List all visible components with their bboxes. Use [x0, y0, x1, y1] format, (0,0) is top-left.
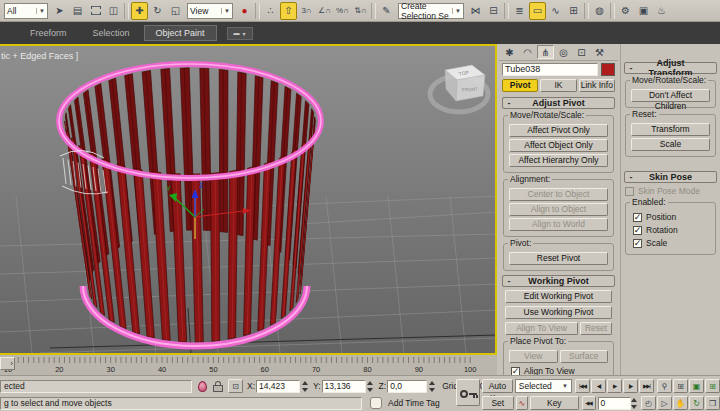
display-tab-icon[interactable]: ⊡: [573, 45, 590, 59]
create-tab-icon[interactable]: ✱: [501, 45, 518, 59]
scale-checkbox[interactable]: ✓ Scale: [633, 238, 708, 248]
reset-scale-button[interactable]: Scale: [631, 138, 710, 151]
align-to-object-button[interactable]: Align to Object: [509, 203, 608, 216]
angle-snap-icon[interactable]: ∠∩: [316, 2, 333, 20]
snap-toggle-3d-icon[interactable]: 3∩: [298, 2, 315, 20]
select-and-manipulate-icon[interactable]: ●: [236, 2, 253, 20]
set-keys-button[interactable]: [456, 379, 480, 406]
z-spinner[interactable]: [427, 380, 436, 393]
play-button[interactable]: ▶: [607, 379, 622, 393]
time-tag-toggle-icon[interactable]: [370, 397, 382, 409]
select-and-scale-icon[interactable]: ◱: [167, 2, 184, 20]
modify-tab-icon[interactable]: ◠: [519, 45, 536, 59]
reset-transform-button[interactable]: Transform: [631, 123, 710, 136]
set-key-button[interactable]: Set Key: [482, 396, 514, 410]
percent-snap-icon[interactable]: %∩: [334, 2, 351, 20]
key-tangent-icon[interactable]: ∿: [516, 396, 528, 410]
y-coordinate-field[interactable]: 13,136: [322, 380, 366, 393]
curve-editor-icon[interactable]: ∿: [547, 2, 564, 20]
use-working-pivot-button[interactable]: Use Working Pivot: [505, 306, 612, 319]
key-mode-toggle-icon[interactable]: ◀◀: [582, 396, 596, 410]
affect-pivot-only-button[interactable]: Affect Pivot Only: [509, 124, 608, 137]
use-pivot-point-center-icon[interactable]: ⇧: [280, 2, 297, 20]
affect-object-only-button[interactable]: Affect Object Only: [509, 139, 608, 152]
object-name-field[interactable]: Tube038: [502, 63, 598, 76]
time-configuration-icon[interactable]: ◴: [641, 396, 656, 410]
working-pivot-rollout-header[interactable]: - Working Pivot: [502, 275, 615, 287]
key-filters-button[interactable]: Key Filters...: [530, 396, 578, 410]
viewport-canvas[interactable]: YZTOPFRONT: [0, 46, 495, 353]
keyboard-shortcut-override-icon[interactable]: ∴: [262, 2, 279, 20]
selection-set-dropdown[interactable]: Selected ▼: [515, 379, 572, 393]
place-pivot-surface-button[interactable]: Surface: [560, 350, 609, 363]
add-time-tag-label[interactable]: Add Time Tag: [388, 398, 440, 408]
skin-pose-mode-checkbox[interactable]: Skin Pose Mode: [625, 186, 716, 196]
rectangular-selection-region-icon[interactable]: [87, 2, 104, 20]
window-crossing-icon[interactable]: ◫: [105, 2, 122, 20]
select-object-icon[interactable]: ➤: [51, 2, 68, 20]
material-editor-icon[interactable]: ◍: [591, 2, 608, 20]
ribbon-options-icon[interactable]: ▬ ▾: [227, 27, 253, 40]
align-to-view-button[interactable]: Align To View: [505, 322, 578, 335]
ribbon-tab-selection[interactable]: Selection: [81, 25, 142, 41]
time-slider-track[interactable]: 102030405060708090100 ›: [0, 353, 497, 375]
perspective-viewport[interactable]: tic + Edged Faces ] YZTOPFRONT: [0, 44, 497, 353]
adjust-transform-rollout-header[interactable]: - Adjust Transform: [624, 62, 717, 74]
graphite-ribbon-toggle-icon[interactable]: ▭: [529, 2, 546, 20]
mirror-icon[interactable]: ⋈: [467, 2, 484, 20]
motion-tab-icon[interactable]: ◎: [555, 45, 572, 59]
select-and-rotate-icon[interactable]: ↻: [149, 2, 166, 20]
pan-2d-zoom-icon[interactable]: ▷: [657, 396, 672, 410]
rotation-checkbox[interactable]: ✓ Rotation: [633, 225, 708, 235]
align-icon[interactable]: ⊟: [485, 2, 502, 20]
zoom-extents-icon[interactable]: ▣: [689, 379, 704, 393]
ik-tab-button[interactable]: IK: [540, 79, 576, 92]
absolute-mode-transform-icon[interactable]: ⊡: [228, 379, 243, 393]
x-spinner[interactable]: [300, 380, 309, 393]
pivot-tab-button[interactable]: Pivot: [502, 79, 538, 92]
isolate-selection-toggle-icon[interactable]: [198, 381, 207, 392]
maximize-viewport-toggle-icon[interactable]: ❒: [705, 396, 720, 410]
go-to-start-button[interactable]: |◀◀: [575, 379, 590, 393]
ribbon-tab-object-paint[interactable]: Object Paint: [144, 25, 217, 41]
viewport-shading-label[interactable]: tic + Edged Faces ]: [1, 51, 78, 61]
auto-key-button[interactable]: Auto Key: [482, 379, 513, 393]
align-to-world-button[interactable]: Align to World: [509, 218, 608, 231]
y-spinner[interactable]: [366, 380, 375, 393]
next-frame-button[interactable]: |▶: [623, 379, 638, 393]
frame-spinner[interactable]: [631, 397, 638, 410]
edit-working-pivot-button[interactable]: Edit Working Pivot: [505, 290, 612, 303]
object-color-swatch[interactable]: [601, 63, 615, 76]
reference-coordinate-system-dropdown[interactable]: View▼: [187, 3, 233, 19]
adjust-pivot-rollout-header[interactable]: - Adjust Pivot: [502, 97, 615, 109]
named-selection-sets-dropdown[interactable]: Create Selection Se▼: [398, 3, 464, 19]
position-checkbox[interactable]: ✓ Position: [633, 212, 708, 222]
link-info-tab-button[interactable]: Link Info: [579, 79, 615, 92]
previous-frame-button[interactable]: ◀|: [591, 379, 606, 393]
select-by-name-icon[interactable]: ▤: [69, 2, 86, 20]
layer-manager-icon[interactable]: ≣: [511, 2, 528, 20]
schematic-view-icon[interactable]: ⊞: [565, 2, 582, 20]
orbit-icon[interactable]: ↻: [689, 396, 704, 410]
place-pivot-view-button[interactable]: View: [509, 350, 558, 363]
affect-hierarchy-only-button[interactable]: Affect Hierarchy Only: [509, 154, 608, 167]
selection-lock-toggle-icon[interactable]: [212, 380, 224, 393]
zoom-all-icon[interactable]: ⊞: [673, 379, 688, 393]
render-production-icon[interactable]: ♨: [653, 2, 670, 20]
select-and-move-icon[interactable]: ✚: [131, 2, 148, 20]
pan-view-icon[interactable]: ✋: [673, 396, 688, 410]
spinner-snap-icon[interactable]: ⇅∩: [352, 2, 369, 20]
skin-pose-rollout-header[interactable]: - Skin Pose: [624, 171, 717, 183]
time-slider-handle[interactable]: ›: [0, 357, 15, 370]
hierarchy-tab-icon[interactable]: ⋔: [537, 45, 554, 59]
edit-named-selection-sets-icon[interactable]: ✎: [378, 2, 395, 20]
go-to-end-button[interactable]: ▶▶|: [639, 379, 654, 393]
zoom-icon[interactable]: ⚲: [657, 379, 672, 393]
zoom-extents-all-icon[interactable]: ⊞: [705, 379, 720, 393]
render-setup-icon[interactable]: ⚙: [617, 2, 634, 20]
z-coordinate-field[interactable]: 0,0: [387, 380, 427, 393]
current-frame-field[interactable]: 0: [598, 397, 631, 410]
ribbon-tab-freeform[interactable]: Freeform: [18, 25, 79, 41]
reset-working-pivot-button[interactable]: Reset: [580, 322, 612, 335]
center-to-object-button[interactable]: Center to Object: [509, 188, 608, 201]
